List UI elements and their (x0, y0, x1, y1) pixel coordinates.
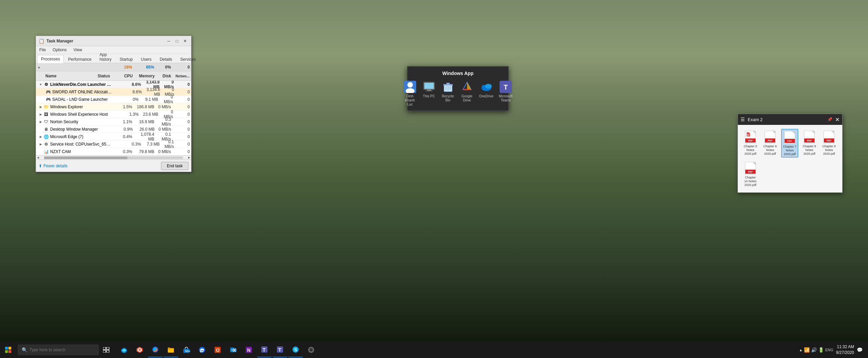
process-cpu-shell: 1.3% (126, 112, 141, 117)
scroll-left-button[interactable]: ◀ (36, 156, 40, 160)
exam-menu-icon[interactable]: ☰ (741, 117, 745, 122)
tray-network-icon[interactable]: 📶 (804, 347, 810, 353)
taskbar-office-icon[interactable]: O (210, 342, 225, 357)
wa-icon-microsoft-teams[interactable]: T MicrosoftTeams (499, 80, 513, 107)
process-icon-shell: 🖼 (43, 112, 49, 117)
tab-services[interactable]: Services (177, 55, 200, 63)
process-memory-norton: 16.9 MB (135, 119, 157, 124)
tm-close-button[interactable]: ✕ (182, 38, 188, 44)
taskbar: 🔍 (0, 342, 868, 358)
tm-minimize-button[interactable]: ─ (165, 38, 172, 44)
col-header-memory[interactable]: Memory (136, 74, 158, 78)
svg-rect-43 (168, 347, 170, 348)
wa-icon-dinh-khanh-luc[interactable]: Dinh KhanhLuc (403, 80, 417, 107)
tray-arrow-icon[interactable]: ▲ (799, 348, 803, 352)
process-disk-saoal: 0 MB/s (161, 95, 176, 104)
tray-notification-icon[interactable]: 💬 (857, 347, 863, 353)
expand-icon-explorer[interactable]: ▶ (39, 105, 43, 109)
wa-icon-onedrive[interactable]: OneDrive (479, 80, 493, 107)
task-view-button[interactable] (99, 342, 114, 357)
exam-file-ch7[interactable]: PDF Chapter 7 Notes 2020.pdf (781, 129, 798, 157)
tab-startup[interactable]: Startup (116, 55, 137, 63)
start-button[interactable] (0, 342, 16, 358)
taskbar-file-explorer-icon[interactable] (163, 342, 178, 357)
exam-file-label-ch5: Chapter 5 Notes 2020.pdf (743, 145, 758, 155)
wa-icon-label-dinh-khanh-luc: Dinh KhanhLuc (403, 94, 417, 107)
exam-close-button[interactable]: ✕ (835, 116, 840, 123)
svg-point-62 (309, 348, 313, 352)
taskbar-app1-icon[interactable]: S (288, 342, 303, 357)
tm-menu-options[interactable]: Options (51, 47, 68, 53)
svg-point-38 (139, 349, 141, 351)
exam-file-ch5[interactable]: PDF PDF Chapter 5 Notes 2020.pdf (742, 129, 759, 157)
tm-restore-button[interactable]: □ (174, 38, 180, 44)
tm-titlebar: 📋 Task Manager ─ □ ✕ (36, 36, 191, 46)
col-header-network[interactable]: Netwo... (174, 74, 190, 78)
tray-icons: ▲ 📶 🔊 🔋 ENG (799, 347, 833, 353)
end-task-button[interactable]: End task (161, 162, 188, 170)
col-header-status[interactable]: Status (98, 74, 119, 78)
taskbar-firefox-icon[interactable] (148, 342, 163, 357)
tm-summary-row: ▲ 16% 65% 0% 0 (36, 63, 191, 71)
tab-users[interactable]: Users (137, 55, 155, 63)
expand-icon-cdp[interactable]: ▶ (39, 142, 43, 146)
tab-processes[interactable]: Processes (37, 55, 64, 63)
search-input[interactable] (29, 347, 95, 352)
table-row[interactable]: ▶ 🛡 Norton Security 1.1% 16.9 MB 0.3 MB/… (36, 118, 191, 126)
taskbar-edge-icon[interactable] (117, 342, 132, 357)
taskbar-search-bar[interactable]: 🔍 (18, 344, 99, 355)
taskbar-messenger-icon[interactable] (195, 342, 209, 357)
tray-battery-icon[interactable]: 🔋 (818, 347, 824, 353)
expand-icon-linkneverdiecom[interactable]: ▼ (39, 82, 43, 87)
process-cpu-explorer: 1.5% (118, 105, 135, 109)
expand-icon-edge[interactable]: ▶ (39, 135, 43, 139)
fewer-details-button[interactable]: ⬆ Fewer details (39, 164, 67, 168)
process-network-sao: 0 (177, 90, 190, 94)
table-row[interactable]: 🎮 SAOAL - LND Game Launcher 0% 9.1 MB 0 … (36, 96, 191, 103)
svg-rect-30 (106, 347, 109, 350)
expand-icon-shell[interactable]: ▶ (39, 112, 43, 116)
tray-time[interactable]: 11:32 AM 9/27/2020 (836, 344, 854, 356)
taskbar-app2-icon[interactable] (304, 342, 319, 357)
process-disk-dwm: 0 MB/s (157, 127, 174, 132)
exam-file-ch6[interactable]: PDF Chapter 6 Notes 2020.pdf (762, 129, 779, 157)
wa-icon-google-drive[interactable]: Google Drive (460, 80, 474, 107)
process-cpu-nzxt: 0.3% (118, 149, 135, 154)
tab-details[interactable]: Details (156, 55, 176, 63)
scroll-right-button[interactable]: ▶ (187, 156, 191, 160)
taskbar-brave-icon[interactable] (132, 342, 147, 357)
tm-menu-view[interactable]: View (72, 47, 84, 53)
exam-file-label-ch8: Chapter 8 Notes 2020.pdf (802, 145, 816, 155)
tray-lang-icon: ENG (825, 348, 833, 352)
wa-icon-this-pc[interactable]: This PC (422, 80, 436, 107)
exam-file-ch9[interactable]: PDF Chapter 9 Notes 2020.pdf (821, 129, 837, 157)
svg-rect-25 (5, 347, 8, 350)
tm-menu-file[interactable]: File (37, 47, 48, 53)
table-row[interactable]: ▶ 📊 NZXT CAM 0.3% 79.8 MB 0 MB/s 0 (36, 148, 191, 155)
tray-clock-time: 11:32 AM (836, 344, 854, 350)
taskbar-onenote-icon[interactable]: N (241, 342, 256, 357)
tab-app-history[interactable]: App history (96, 51, 115, 63)
svg-text:S: S (294, 347, 297, 352)
tm-hscroll-thumb[interactable] (44, 156, 127, 159)
svg-rect-31 (103, 350, 106, 353)
tab-performance[interactable]: Performance (64, 55, 95, 63)
exam-pin-button[interactable]: 📌 (827, 117, 832, 122)
table-row[interactable]: ▶ ⚙ Service Host: CDPUserSvc_65264 0.3% … (36, 140, 191, 148)
col-header-name[interactable]: Name (37, 74, 98, 78)
col-header-cpu[interactable]: CPU (119, 74, 136, 78)
process-memory-dwm: 26.0 MB (136, 127, 157, 132)
taskbar-outlook-icon[interactable]: O (226, 342, 241, 357)
taskbar-store-icon[interactable]: Shop (179, 342, 194, 357)
taskbar-teams-pinned-icon[interactable]: T (257, 342, 272, 357)
exam-file-ch10[interactable]: PDF Chapter 10 Notes 2020.pdf (742, 160, 759, 188)
tm-hscroll-track[interactable] (44, 156, 183, 159)
tray-volume-icon[interactable]: 🔊 (811, 347, 817, 353)
exam-file-ch8[interactable]: PDF Chapter 8 Notes 2020.pdf (801, 129, 818, 157)
process-network-shell: 0 (176, 112, 190, 117)
process-disk-norton: 0.3 MB/s (157, 117, 174, 127)
expand-icon-norton[interactable]: ▶ (39, 120, 43, 124)
wa-icon-recycle-bin[interactable]: Recycle Bin (441, 80, 455, 107)
col-header-disk[interactable]: Disk (157, 74, 174, 78)
taskbar-teams-active-icon[interactable]: T (272, 342, 287, 357)
